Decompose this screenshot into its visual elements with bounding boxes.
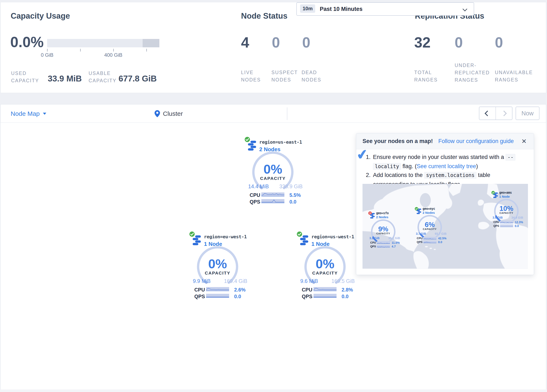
now-button-label: Now <box>521 110 533 117</box>
configuration-guide-link[interactable]: Follow our configuration guide <box>438 138 514 144</box>
unavailable-ranges-label: UNAVAILABLE RANGES <box>495 69 542 83</box>
time-range-dropdown[interactable]: 10m Past 10 Minutes <box>296 2 474 16</box>
cpu-label: CPU <box>493 220 499 224</box>
cpu-sparkline <box>314 287 336 291</box>
capacity-used: 14.4 MiB <box>248 183 269 190</box>
usable-capacity-value: 677.8 GiB <box>118 74 157 83</box>
capacity-tick <box>146 49 147 52</box>
database-stack-icon <box>493 193 498 198</box>
capacity-used: 9.6 MiB <box>300 278 318 284</box>
locality-label: geo=nyc <box>423 207 435 211</box>
capacity-used: 9.9 MiB <box>193 278 211 284</box>
live-nodes-value: 4 <box>241 34 249 51</box>
capacity-caption: CAPACITY <box>197 271 239 275</box>
now-button[interactable]: Now <box>516 107 540 120</box>
qps-value: 0.0 <box>234 294 241 299</box>
region-label[interactable]: region=eu-west-1 <box>204 234 247 239</box>
panel-title: See your nodes on a map! <box>362 138 433 144</box>
nodes-on-map-panel: See your nodes on a map! Follow our conf… <box>356 133 534 275</box>
capacity-bar <box>47 39 159 47</box>
panel-step-1: 1. Ensure every node in your cluster was… <box>366 153 527 171</box>
capacity-caption: CAPACITY <box>494 212 519 214</box>
time-prev-button[interactable] <box>479 107 495 120</box>
under-replicated-value: 0 <box>455 34 463 51</box>
breadcrumb-label: Cluster <box>163 110 183 117</box>
cpu-label: CPU <box>194 287 205 293</box>
map-pin-icon <box>155 110 160 117</box>
cpu-label: CPU <box>250 192 260 198</box>
cpu-sparkline <box>424 237 437 239</box>
time-range-label: Past 10 Minutes <box>320 6 362 12</box>
capacity-caption: CAPACITY <box>371 232 396 235</box>
step-text: ) <box>476 163 478 169</box>
qps-sparkline <box>261 199 284 203</box>
view-mode-dropdown[interactable]: Node Map <box>11 104 46 123</box>
qps-label: QPS <box>302 294 313 299</box>
cpu-value: 11.0% <box>392 241 400 244</box>
code-locality-flag: locality <box>373 163 401 170</box>
cpu-value: 2.6% <box>234 287 246 293</box>
capacity-percent: 0% <box>197 256 239 271</box>
qps-sparkline <box>424 241 437 243</box>
capacity-used: 3.2 GiB <box>369 236 379 240</box>
suspect-nodes-label: SUSPECT NODES <box>271 69 303 83</box>
cpu-label: CPU <box>302 287 313 293</box>
region-card-us-east-1[interactable]: region=us-east-1 2 Nodes 0% CAPACITY 14.… <box>244 136 305 207</box>
total-ranges-value: 32 <box>414 34 431 51</box>
capacity-total: 169.4 GiB <box>224 278 247 284</box>
cpu-sparkline <box>206 287 229 291</box>
page-bottom-strip <box>0 390 547 392</box>
cpu-value: 5.5% <box>289 192 301 198</box>
code-system-locations: system.locations <box>424 172 476 179</box>
capacity-tick-label-0: 0 GiB <box>34 52 60 58</box>
capacity-caption: CAPACITY <box>417 228 442 230</box>
region-label[interactable]: region=us-east-1 <box>259 139 302 145</box>
cpu-value: 12.3% <box>515 220 523 224</box>
time-step-buttons <box>479 107 513 120</box>
database-stack-icon <box>370 213 375 219</box>
dead-nodes-label: DEAD NODES <box>301 69 330 83</box>
close-icon[interactable]: ✕ <box>521 138 527 145</box>
locality-label: geo=ams <box>499 191 512 194</box>
region-card-us-west-1[interactable]: region=us-west-1 1 Node 0% CAPACITY 9.6 … <box>296 231 357 302</box>
capacity-tick <box>47 49 48 52</box>
time-range-badge: 10m <box>300 4 315 13</box>
live-nodes-label: LIVE NODES <box>241 69 269 83</box>
qps-sparkline <box>314 294 336 298</box>
chevron-left-icon <box>485 110 490 116</box>
capacity-tick-label-400: 400 GiB <box>101 52 126 58</box>
qps-value: 4.7 <box>392 245 396 248</box>
total-ranges-label: TOTAL RANGES <box>414 69 446 83</box>
used-capacity-label: USED CAPACITY <box>11 70 48 84</box>
region-label[interactable]: region=us-west-1 <box>311 234 354 239</box>
node-status-title: Node Status <box>241 12 287 21</box>
capacity-caption: CAPACITY <box>252 176 294 181</box>
capacity-tick <box>80 49 81 52</box>
capacity-bar-reserved <box>143 39 159 47</box>
capacity-total: 338.9 GiB <box>279 183 303 190</box>
region-card-eu-west-1[interactable]: region=eu-west-1 1 Node 0% CAPACITY 9.9 … <box>189 231 249 302</box>
cpu-label: CPU <box>417 237 422 240</box>
cpu-sparkline <box>500 221 513 223</box>
time-next-button[interactable] <box>495 107 512 120</box>
capacity-caption: CAPACITY <box>304 271 346 275</box>
qps-value: 0.0 <box>289 199 296 205</box>
cpu-sparkline <box>261 193 284 196</box>
capacity-percent: 6% <box>417 221 442 229</box>
example-node-map-image: 1 geo=sfo 2 Nodes 9% CAPACITY 3.2 GiB 35… <box>362 184 528 269</box>
map-node-ams: geo=ams 1 Node 10% CAPACITY 3.6 GiB 34.4… <box>491 190 524 228</box>
breadcrumb[interactable]: Cluster <box>155 104 183 123</box>
dropdown-arrow-icon <box>43 113 46 115</box>
big-check-icon: ✔ <box>356 146 369 163</box>
qps-sparkline <box>377 245 390 248</box>
qps-label: QPS <box>370 245 376 248</box>
qps-label: QPS <box>250 199 260 205</box>
locality-tree-link[interactable]: See current locality tree <box>417 163 476 169</box>
view-toolbar: Node Map Cluster <box>0 104 546 123</box>
cpu-sparkline <box>377 241 390 244</box>
capacity-total: 169.5 GiB <box>332 278 355 284</box>
database-stack-icon <box>416 209 422 214</box>
step-text: flag. ( <box>403 163 417 169</box>
qps-value: 0.0 <box>438 241 442 244</box>
chevron-down-icon <box>463 7 467 12</box>
